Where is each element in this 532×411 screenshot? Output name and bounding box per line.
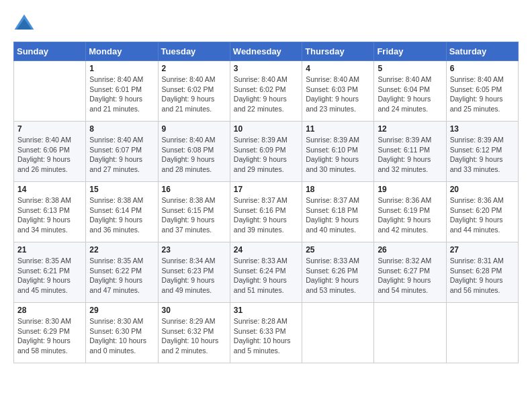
day-number: 3 — [234, 64, 298, 73]
calendar-cell: 26Sunrise: 8:32 AM Sunset: 6:27 PM Dayli… — [374, 242, 446, 303]
cell-info: Sunrise: 8:31 AM Sunset: 6:28 PM Dayligh… — [450, 256, 515, 295]
header-row: SundayMondayTuesdayWednesdayThursdayFrid… — [14, 42, 519, 61]
day-number: 24 — [234, 245, 298, 255]
calendar-cell: 11Sunrise: 8:39 AM Sunset: 6:10 PM Dayli… — [302, 122, 374, 182]
cell-info: Sunrise: 8:39 AM Sunset: 6:09 PM Dayligh… — [234, 135, 298, 175]
day-header-thursday: Thursday — [302, 42, 374, 61]
calendar-table: SundayMondayTuesdayWednesdayThursdayFrid… — [13, 42, 519, 363]
calendar-cell: 31Sunrise: 8:28 AM Sunset: 6:33 PM Dayli… — [230, 303, 302, 363]
day-number: 7 — [17, 124, 82, 134]
calendar-cell: 14Sunrise: 8:38 AM Sunset: 6:13 PM Dayli… — [14, 182, 86, 242]
day-number: 9 — [162, 124, 226, 134]
day-header-monday: Monday — [86, 42, 158, 61]
calendar-cell: 3Sunrise: 8:40 AM Sunset: 6:02 PM Daylig… — [230, 61, 302, 122]
day-number: 17 — [234, 185, 298, 194]
calendar-cell: 20Sunrise: 8:36 AM Sunset: 6:20 PM Dayli… — [446, 182, 518, 242]
logo — [13, 13, 38, 35]
cell-info: Sunrise: 8:30 AM Sunset: 6:29 PM Dayligh… — [17, 316, 82, 356]
cell-info: Sunrise: 8:33 AM Sunset: 6:24 PM Dayligh… — [234, 256, 298, 295]
day-number: 23 — [162, 245, 226, 255]
day-header-saturday: Saturday — [446, 42, 518, 61]
week-row-2: 7Sunrise: 8:40 AM Sunset: 6:06 PM Daylig… — [14, 122, 519, 182]
calendar-cell: 6Sunrise: 8:40 AM Sunset: 6:05 PM Daylig… — [446, 61, 518, 122]
week-row-4: 21Sunrise: 8:35 AM Sunset: 6:21 PM Dayli… — [14, 242, 519, 303]
calendar-cell: 13Sunrise: 8:39 AM Sunset: 6:12 PM Dayli… — [446, 122, 518, 182]
cell-info: Sunrise: 8:38 AM Sunset: 6:15 PM Dayligh… — [162, 195, 226, 235]
cell-info: Sunrise: 8:28 AM Sunset: 6:33 PM Dayligh… — [234, 316, 298, 356]
cell-info: Sunrise: 8:40 AM Sunset: 6:06 PM Dayligh… — [17, 135, 82, 175]
cell-info: Sunrise: 8:38 AM Sunset: 6:14 PM Dayligh… — [89, 195, 154, 235]
calendar-cell: 30Sunrise: 8:29 AM Sunset: 6:32 PM Dayli… — [158, 303, 230, 363]
calendar-cell: 9Sunrise: 8:40 AM Sunset: 6:08 PM Daylig… — [158, 122, 230, 182]
day-number: 12 — [378, 124, 442, 134]
cell-info: Sunrise: 8:35 AM Sunset: 6:21 PM Dayligh… — [17, 256, 82, 295]
calendar-cell: 16Sunrise: 8:38 AM Sunset: 6:15 PM Dayli… — [158, 182, 230, 242]
day-number: 4 — [306, 64, 370, 73]
calendar-cell: 19Sunrise: 8:36 AM Sunset: 6:19 PM Dayli… — [374, 182, 446, 242]
cell-info: Sunrise: 8:40 AM Sunset: 6:04 PM Dayligh… — [378, 75, 442, 114]
week-row-3: 14Sunrise: 8:38 AM Sunset: 6:13 PM Dayli… — [14, 182, 519, 242]
day-header-tuesday: Tuesday — [158, 42, 230, 61]
day-number: 13 — [450, 124, 515, 134]
day-number: 15 — [89, 185, 154, 194]
calendar-cell: 5Sunrise: 8:40 AM Sunset: 6:04 PM Daylig… — [374, 61, 446, 122]
cell-info: Sunrise: 8:40 AM Sunset: 6:01 PM Dayligh… — [89, 75, 154, 114]
cell-info: Sunrise: 8:30 AM Sunset: 6:30 PM Dayligh… — [89, 316, 154, 356]
day-header-friday: Friday — [374, 42, 446, 61]
day-number: 2 — [162, 64, 226, 73]
calendar-cell: 29Sunrise: 8:30 AM Sunset: 6:30 PM Dayli… — [86, 303, 158, 363]
cell-info: Sunrise: 8:39 AM Sunset: 6:12 PM Dayligh… — [450, 135, 515, 175]
cell-info: Sunrise: 8:37 AM Sunset: 6:16 PM Dayligh… — [234, 195, 298, 235]
calendar-cell: 17Sunrise: 8:37 AM Sunset: 6:16 PM Dayli… — [230, 182, 302, 242]
day-number: 8 — [89, 124, 154, 134]
cell-info: Sunrise: 8:40 AM Sunset: 6:08 PM Dayligh… — [162, 135, 226, 175]
calendar-cell: 25Sunrise: 8:33 AM Sunset: 6:26 PM Dayli… — [302, 242, 374, 303]
cell-info: Sunrise: 8:37 AM Sunset: 6:18 PM Dayligh… — [306, 195, 370, 235]
cell-info: Sunrise: 8:40 AM Sunset: 6:07 PM Dayligh… — [89, 135, 154, 175]
calendar-cell: 28Sunrise: 8:30 AM Sunset: 6:29 PM Dayli… — [14, 303, 86, 363]
logo-icon — [13, 13, 35, 35]
day-number: 26 — [378, 245, 442, 255]
day-number: 19 — [378, 185, 442, 194]
day-number: 14 — [17, 185, 82, 194]
day-number: 28 — [17, 306, 82, 315]
calendar-cell: 12Sunrise: 8:39 AM Sunset: 6:11 PM Dayli… — [374, 122, 446, 182]
calendar-cell: 27Sunrise: 8:31 AM Sunset: 6:28 PM Dayli… — [446, 242, 518, 303]
cell-info: Sunrise: 8:38 AM Sunset: 6:13 PM Dayligh… — [17, 195, 82, 235]
day-number: 31 — [234, 306, 298, 315]
cell-info: Sunrise: 8:34 AM Sunset: 6:23 PM Dayligh… — [162, 256, 226, 295]
cell-info: Sunrise: 8:40 AM Sunset: 6:02 PM Dayligh… — [234, 75, 298, 114]
day-number: 30 — [162, 306, 226, 315]
calendar-cell: 21Sunrise: 8:35 AM Sunset: 6:21 PM Dayli… — [14, 242, 86, 303]
cell-info: Sunrise: 8:40 AM Sunset: 6:05 PM Dayligh… — [450, 75, 515, 114]
cell-info: Sunrise: 8:39 AM Sunset: 6:10 PM Dayligh… — [306, 135, 370, 175]
cell-info: Sunrise: 8:33 AM Sunset: 6:26 PM Dayligh… — [306, 256, 370, 295]
calendar-cell: 2Sunrise: 8:40 AM Sunset: 6:02 PM Daylig… — [158, 61, 230, 122]
cell-info: Sunrise: 8:40 AM Sunset: 6:02 PM Dayligh… — [162, 75, 226, 114]
cell-info: Sunrise: 8:36 AM Sunset: 6:20 PM Dayligh… — [450, 195, 515, 235]
cell-info: Sunrise: 8:32 AM Sunset: 6:27 PM Dayligh… — [378, 256, 442, 295]
page-header — [13, 13, 519, 35]
day-number: 18 — [306, 185, 370, 194]
calendar-cell: 1Sunrise: 8:40 AM Sunset: 6:01 PM Daylig… — [86, 61, 158, 122]
calendar-cell: 4Sunrise: 8:40 AM Sunset: 6:03 PM Daylig… — [302, 61, 374, 122]
day-number: 29 — [89, 306, 154, 315]
cell-info: Sunrise: 8:36 AM Sunset: 6:19 PM Dayligh… — [378, 195, 442, 235]
cell-info: Sunrise: 8:39 AM Sunset: 6:11 PM Dayligh… — [378, 135, 442, 175]
day-number: 27 — [450, 245, 515, 255]
week-row-5: 28Sunrise: 8:30 AM Sunset: 6:29 PM Dayli… — [14, 303, 519, 363]
calendar-cell: 7Sunrise: 8:40 AM Sunset: 6:06 PM Daylig… — [14, 122, 86, 182]
calendar-cell: 22Sunrise: 8:35 AM Sunset: 6:22 PM Dayli… — [86, 242, 158, 303]
calendar-cell — [374, 303, 446, 363]
day-number: 1 — [89, 64, 154, 73]
day-header-wednesday: Wednesday — [230, 42, 302, 61]
day-number: 10 — [234, 124, 298, 134]
day-number: 22 — [89, 245, 154, 255]
day-number: 25 — [306, 245, 370, 255]
cell-info: Sunrise: 8:29 AM Sunset: 6:32 PM Dayligh… — [162, 316, 226, 356]
day-header-sunday: Sunday — [14, 42, 86, 61]
calendar-cell: 23Sunrise: 8:34 AM Sunset: 6:23 PM Dayli… — [158, 242, 230, 303]
calendar-cell — [446, 303, 518, 363]
week-row-1: 1Sunrise: 8:40 AM Sunset: 6:01 PM Daylig… — [14, 61, 519, 122]
day-number: 20 — [450, 185, 515, 194]
